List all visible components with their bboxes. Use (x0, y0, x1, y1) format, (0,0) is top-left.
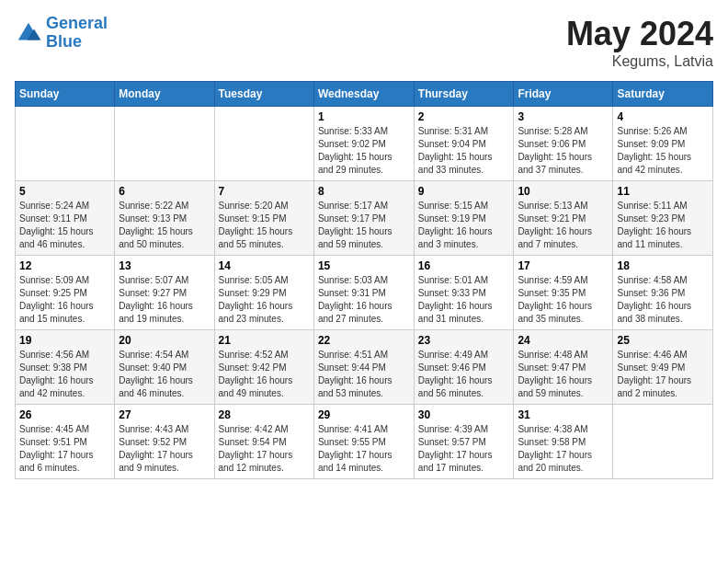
calendar-cell: 27Sunrise: 4:43 AMSunset: 9:52 PMDayligh… (115, 405, 214, 479)
day-number: 30 (418, 408, 510, 421)
location-subtitle: Kegums, Latvia (566, 53, 713, 70)
calendar-cell: 7Sunrise: 5:20 AMSunset: 9:15 PMDaylight… (214, 181, 313, 256)
calendar-cell: 15Sunrise: 5:03 AMSunset: 9:31 PMDayligh… (313, 256, 414, 330)
day-info: Sunrise: 4:58 AMSunset: 9:36 PMDaylight:… (617, 274, 709, 326)
day-number: 25 (617, 334, 709, 347)
calendar-cell: 1Sunrise: 5:33 AMSunset: 9:02 PMDaylight… (313, 107, 414, 181)
day-number: 9 (418, 185, 510, 198)
day-info: Sunrise: 5:17 AMSunset: 9:17 PMDaylight:… (318, 200, 410, 251)
calendar-cell: 10Sunrise: 5:13 AMSunset: 9:21 PMDayligh… (514, 181, 613, 256)
calendar-week-row: 19Sunrise: 4:56 AMSunset: 9:38 PMDayligh… (16, 330, 713, 405)
day-info: Sunrise: 4:39 AMSunset: 9:57 PMDaylight:… (418, 423, 510, 475)
day-info: Sunrise: 4:42 AMSunset: 9:54 PMDaylight:… (219, 423, 310, 475)
logo-text: General Blue (46, 15, 108, 52)
calendar-body: 1Sunrise: 5:33 AMSunset: 9:02 PMDaylight… (16, 107, 713, 479)
calendar-cell: 20Sunrise: 4:54 AMSunset: 9:40 PMDayligh… (115, 330, 214, 405)
day-info: Sunrise: 5:11 AMSunset: 9:23 PMDaylight:… (617, 200, 709, 251)
day-number: 3 (518, 110, 609, 123)
logo-line1: General (46, 14, 108, 32)
day-info: Sunrise: 5:22 AMSunset: 9:13 PMDaylight:… (119, 200, 210, 251)
day-info: Sunrise: 5:31 AMSunset: 9:04 PMDaylight:… (418, 125, 510, 177)
day-number: 11 (617, 185, 709, 198)
calendar-cell: 19Sunrise: 4:56 AMSunset: 9:38 PMDayligh… (16, 330, 115, 405)
day-number: 17 (518, 259, 609, 272)
calendar-cell: 28Sunrise: 4:42 AMSunset: 9:54 PMDayligh… (214, 405, 313, 479)
logo-line2: Blue (46, 32, 82, 51)
calendar-cell: 9Sunrise: 5:15 AMSunset: 9:19 PMDaylight… (414, 181, 514, 256)
calendar-week-row: 12Sunrise: 5:09 AMSunset: 9:25 PMDayligh… (16, 256, 713, 330)
calendar-table: SundayMondayTuesdayWednesdayThursdayFrid… (15, 81, 713, 479)
day-number: 28 (219, 408, 310, 421)
day-number: 23 (418, 334, 510, 347)
day-info: Sunrise: 4:43 AMSunset: 9:52 PMDaylight:… (119, 423, 210, 475)
day-number: 15 (318, 259, 410, 272)
day-number: 16 (418, 259, 510, 272)
day-info: Sunrise: 4:38 AMSunset: 9:58 PMDaylight:… (518, 423, 609, 475)
day-info: Sunrise: 5:15 AMSunset: 9:19 PMDaylight:… (418, 200, 510, 251)
calendar-cell: 31Sunrise: 4:38 AMSunset: 9:58 PMDayligh… (514, 405, 613, 479)
day-number: 18 (617, 259, 709, 272)
calendar-cell: 6Sunrise: 5:22 AMSunset: 9:13 PMDaylight… (115, 181, 214, 256)
day-info: Sunrise: 5:20 AMSunset: 9:15 PMDaylight:… (219, 200, 310, 251)
day-number: 21 (219, 334, 310, 347)
calendar-week-row: 26Sunrise: 4:45 AMSunset: 9:51 PMDayligh… (16, 405, 713, 479)
calendar-cell: 30Sunrise: 4:39 AMSunset: 9:57 PMDayligh… (414, 405, 514, 479)
day-info: Sunrise: 5:28 AMSunset: 9:06 PMDaylight:… (518, 125, 609, 177)
calendar-cell: 24Sunrise: 4:48 AMSunset: 9:47 PMDayligh… (514, 330, 613, 405)
weekday-header-row: SundayMondayTuesdayWednesdayThursdayFrid… (16, 82, 713, 107)
calendar-cell: 21Sunrise: 4:52 AMSunset: 9:42 PMDayligh… (214, 330, 313, 405)
day-number: 13 (119, 259, 210, 272)
calendar-cell: 8Sunrise: 5:17 AMSunset: 9:17 PMDaylight… (313, 181, 414, 256)
day-info: Sunrise: 5:24 AMSunset: 9:11 PMDaylight:… (19, 200, 110, 251)
title-block: May 2024 Kegums, Latvia (566, 15, 713, 70)
calendar-cell (16, 107, 115, 181)
day-number: 29 (318, 408, 410, 421)
day-info: Sunrise: 4:48 AMSunset: 9:47 PMDaylight:… (518, 349, 609, 400)
day-info: Sunrise: 4:51 AMSunset: 9:44 PMDaylight:… (318, 349, 410, 400)
calendar-week-row: 5Sunrise: 5:24 AMSunset: 9:11 PMDaylight… (16, 181, 713, 256)
calendar-cell: 22Sunrise: 4:51 AMSunset: 9:44 PMDayligh… (313, 330, 414, 405)
calendar-cell: 14Sunrise: 5:05 AMSunset: 9:29 PMDayligh… (214, 256, 313, 330)
day-number: 2 (418, 110, 510, 123)
page-header: General Blue May 2024 Kegums, Latvia (15, 15, 713, 70)
day-info: Sunrise: 4:52 AMSunset: 9:42 PMDaylight:… (219, 349, 310, 400)
logo-icon (15, 19, 42, 47)
calendar-cell: 18Sunrise: 4:58 AMSunset: 9:36 PMDayligh… (613, 256, 713, 330)
day-info: Sunrise: 5:26 AMSunset: 9:09 PMDaylight:… (617, 125, 709, 177)
day-number: 24 (518, 334, 609, 347)
calendar-week-row: 1Sunrise: 5:33 AMSunset: 9:02 PMDaylight… (16, 107, 713, 181)
calendar-cell: 2Sunrise: 5:31 AMSunset: 9:04 PMDaylight… (414, 107, 514, 181)
calendar-cell (115, 107, 214, 181)
weekday-header-cell: Sunday (16, 82, 115, 107)
day-info: Sunrise: 4:46 AMSunset: 9:49 PMDaylight:… (617, 349, 709, 400)
day-number: 12 (19, 259, 110, 272)
day-number: 8 (318, 185, 410, 198)
calendar-cell: 26Sunrise: 4:45 AMSunset: 9:51 PMDayligh… (16, 405, 115, 479)
day-info: Sunrise: 4:54 AMSunset: 9:40 PMDaylight:… (119, 349, 210, 400)
day-info: Sunrise: 5:13 AMSunset: 9:21 PMDaylight:… (518, 200, 609, 251)
weekday-header-cell: Wednesday (313, 82, 414, 107)
day-number: 22 (318, 334, 410, 347)
calendar-cell: 5Sunrise: 5:24 AMSunset: 9:11 PMDaylight… (16, 181, 115, 256)
day-number: 19 (19, 334, 110, 347)
day-number: 31 (518, 408, 609, 421)
calendar-cell: 16Sunrise: 5:01 AMSunset: 9:33 PMDayligh… (414, 256, 514, 330)
weekday-header-cell: Thursday (414, 82, 514, 107)
day-info: Sunrise: 4:56 AMSunset: 9:38 PMDaylight:… (19, 349, 110, 400)
weekday-header-cell: Saturday (613, 82, 713, 107)
day-info: Sunrise: 5:01 AMSunset: 9:33 PMDaylight:… (418, 274, 510, 326)
calendar-cell (214, 107, 313, 181)
logo: General Blue (15, 15, 108, 52)
day-number: 20 (119, 334, 210, 347)
day-number: 7 (219, 185, 310, 198)
day-info: Sunrise: 4:49 AMSunset: 9:46 PMDaylight:… (418, 349, 510, 400)
day-number: 26 (19, 408, 110, 421)
day-info: Sunrise: 4:41 AMSunset: 9:55 PMDaylight:… (318, 423, 410, 475)
day-number: 5 (19, 185, 110, 198)
day-number: 10 (518, 185, 609, 198)
calendar-cell: 12Sunrise: 5:09 AMSunset: 9:25 PMDayligh… (16, 256, 115, 330)
day-number: 6 (119, 185, 210, 198)
month-title: May 2024 (566, 15, 713, 53)
day-info: Sunrise: 4:59 AMSunset: 9:35 PMDaylight:… (518, 274, 609, 326)
weekday-header-cell: Monday (115, 82, 214, 107)
